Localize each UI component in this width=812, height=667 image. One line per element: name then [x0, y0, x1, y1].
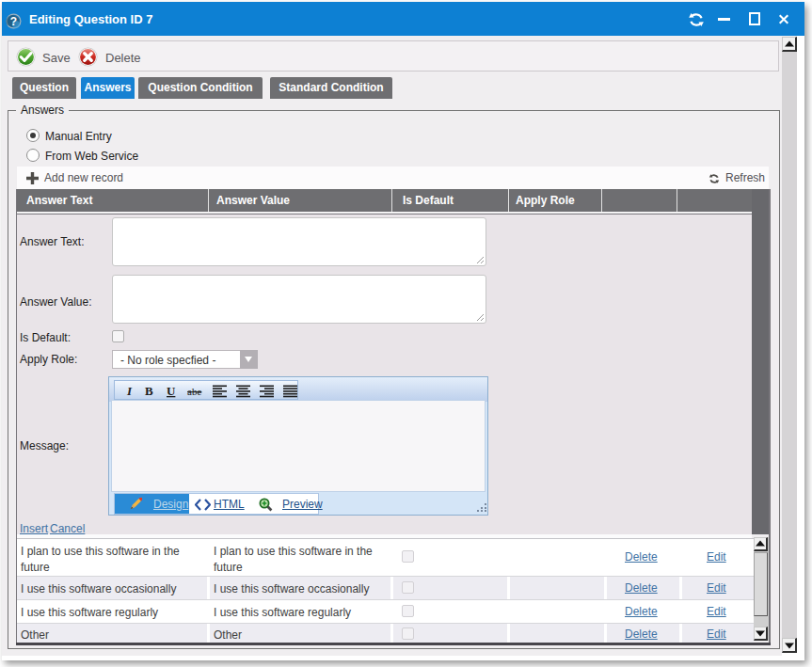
svg-text:abe: abe: [187, 386, 201, 397]
svg-text:U: U: [167, 384, 176, 398]
svg-text:I: I: [126, 384, 133, 398]
svg-text:?: ?: [10, 15, 17, 28]
svg-text:B: B: [145, 384, 153, 398]
